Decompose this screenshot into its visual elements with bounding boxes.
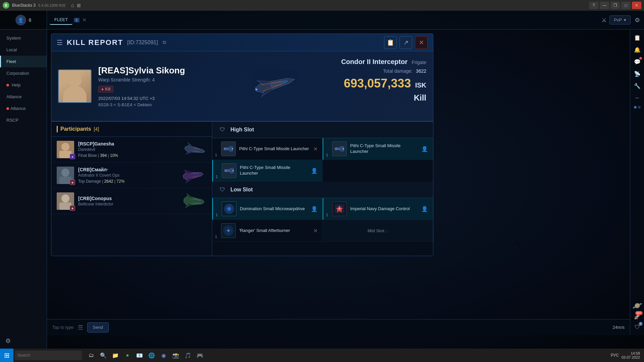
share-btn[interactable]: ↗ [399, 36, 412, 49]
taskbar-icon-6[interactable]: 🌐 [146, 350, 157, 361]
notification-icon[interactable]: 💬 [632, 56, 643, 67]
low-slot-action-1[interactable]: 👤 [311, 206, 318, 212]
titlebar-title: BlueStacks 3 [12, 3, 36, 8]
low-slot-close-3[interactable]: ✕ [313, 228, 318, 234]
smail-ship: Arbitrator II Covert Ops [78, 173, 176, 178]
high-slot-action-3[interactable]: 👤 [311, 168, 318, 174]
fleet-tab-label: FLEET [54, 17, 68, 22]
right-icon-4[interactable]: 📡 [632, 68, 643, 79]
participant-item-conopus[interactable]: ◆ [CRB]Conopus Bellicose Interdictor [51, 188, 212, 214]
modal-header: ☰ KILL REPORT [ID:7325091] ⧉ 📋 ↗ ✕ [51, 34, 433, 51]
home-icon[interactable]: ⌂ [71, 2, 74, 8]
taskbar-icon-3[interactable]: 📁 [110, 350, 121, 361]
date-display: 03.07.2022 [622, 355, 640, 359]
low-slot-item-2[interactable]: 1 Imperial Navy Damage Control � [323, 198, 433, 220]
modal-close-btn[interactable]: ✕ [415, 36, 428, 49]
high-slot-action-2[interactable]: 👤 [421, 146, 428, 152]
high-slot-name-1: Pithi C-Type Small Missile Launcher [239, 146, 310, 152]
svg-point-57 [228, 230, 229, 232]
hamburger-icon[interactable]: ☰ [57, 39, 63, 47]
high-slot-title: High Slot [230, 127, 254, 133]
ganesha-stats: Final Blow | 394 | 10% [78, 153, 176, 158]
low-slot-item-3[interactable]: 1 'Ranger' Small Afterburne [212, 220, 323, 242]
right-bottom-icon[interactable]: 🛡 2 [632, 322, 643, 333]
ganesha-ship: Daredevil [78, 147, 176, 152]
svg-point-26 [61, 194, 69, 202]
modal-id: [ID:7325091] [127, 40, 158, 46]
modal-title: KILL REPORT [67, 38, 123, 47]
isk-value: 693,057,333 [344, 76, 411, 90]
high-slot-item-2[interactable]: 1 Pithi C-Type Small Missile Launcher [323, 138, 433, 160]
restore-btn[interactable]: ❐ [610, 2, 620, 9]
filter-icon[interactable]: ⚙ [633, 15, 641, 25]
start-button[interactable]: ⊞ [0, 349, 13, 362]
taskbar-app-icons: 🗂 🔍 📁 ● 📧 🌐 ◉ 📸 🎵 🎮 [86, 350, 205, 361]
taskbar-time: 14:58 03.07.2022 [622, 351, 640, 359]
top-navigation: FLEET 5 ✕ ⚔ PvP ▾ ⚙ [47, 11, 644, 29]
sidebar-item-alliance2[interactable]: Alliance [0, 103, 47, 114]
layout-icon[interactable]: ⊞ [77, 3, 81, 8]
clipboard-btn[interactable]: 📋 [384, 36, 397, 49]
taskbar-icon-5[interactable]: 📧 [134, 350, 145, 361]
badge-2: 2 [639, 322, 642, 326]
sidebar-item-local[interactable]: Local [0, 44, 47, 56]
badge-99-wrapper: 🚀 99+ [632, 311, 643, 322]
pagination-dots [634, 106, 641, 109]
planet-icon[interactable]: 🪐 [632, 300, 643, 311]
low-slot-item-1[interactable]: 1 Domina [212, 198, 323, 220]
kill-hero: [REAS]Sylvia Sikong Warp Scramble Streng… [51, 51, 433, 122]
settings-icon[interactable]: ⚙ [0, 333, 47, 349]
right-icon-2[interactable]: 🔔 [632, 44, 643, 55]
right-icon-1[interactable]: 📋 [632, 32, 643, 43]
copy-icon[interactable]: ⧉ [163, 40, 166, 45]
victim-avatar[interactable] [58, 69, 92, 103]
titlebar-version: 5.4.50.1009 N32 [38, 3, 65, 7]
help-btn[interactable]: ? [589, 2, 598, 9]
high-slot-close-1[interactable]: ✕ [313, 146, 318, 152]
taskbar-icon-8[interactable]: 📸 [170, 350, 181, 361]
close-btn[interactable]: ✕ [632, 2, 641, 9]
sidebar-item-help[interactable]: Help [0, 79, 47, 91]
right-icon-6[interactable]: ↔ [632, 93, 643, 103]
high-slot-item-1[interactable]: 1 Pithi C-Type Small Missile Launcher [212, 138, 323, 160]
svg-point-18 [61, 169, 69, 177]
participants-section-header: Participants [4] [51, 122, 212, 137]
svg-point-10 [61, 143, 69, 151]
modal-header-actions: 📋 ↗ ✕ [384, 36, 428, 49]
page-dot-2[interactable] [638, 106, 641, 109]
total-damage-value: 3622 [416, 68, 426, 74]
fleet-tab[interactable]: FLEET [50, 15, 72, 25]
low-slot-action-2[interactable]: 👤 [421, 206, 428, 212]
pvp-button[interactable]: PvP ▾ [609, 15, 631, 24]
damage-control-svg [333, 203, 345, 215]
taskbar-icon-10[interactable]: 🎮 [195, 350, 205, 361]
maximize-btn[interactable]: □ [621, 2, 631, 9]
left-sidebar: 👤 8 System Local Fleet Corporation Help … [0, 11, 47, 349]
sidebar-item-fleet[interactable]: Fleet [0, 56, 47, 67]
sidebar-item-system[interactable]: System [0, 32, 47, 44]
user-avatar[interactable]: 👤 [15, 15, 26, 25]
svg-point-35 [224, 147, 226, 150]
missile-launcher-icon-3 [222, 163, 236, 178]
taskbar-search[interactable] [15, 351, 82, 360]
sidebar-item-rscp[interactable]: RSCP [0, 114, 47, 126]
minimize-btn[interactable]: — [600, 2, 609, 9]
right-icon-5[interactable]: 🔧 [632, 80, 643, 91]
sidebar-item-corporation[interactable]: Corporation [0, 67, 47, 79]
high-slot-item-3[interactable]: 1 Pithi C-Type Small Missile Launcher [212, 160, 323, 182]
taskbar-icon-2[interactable]: 🔍 [98, 350, 109, 361]
low-slot-qty-1: 1 [216, 213, 218, 217]
bluestacks-logo: B [3, 2, 9, 9]
fleet-tab-badge: 5 [74, 18, 79, 22]
participant-item-smail[interactable]: ◆ [CRB]Смайл· Arbitrator II Covert Ops T… [51, 163, 212, 188]
kill-report-modal: ☰ KILL REPORT [ID:7325091] ⧉ 📋 ↗ ✕ [51, 34, 433, 256]
taskbar-icon-discord[interactable]: ◉ [158, 350, 169, 361]
ship-type: Frigate [412, 60, 426, 65]
taskbar-icon-9[interactable]: 🎵 [182, 350, 193, 361]
taskbar-icon-1[interactable]: 🗂 [86, 350, 97, 361]
page-dot-1[interactable] [634, 106, 637, 109]
participant-item-ganesha[interactable]: ◆ [RSCP]Ganesha Daredevil Final Blow | 3… [51, 137, 212, 163]
sidebar-item-alliance[interactable]: Alliance [0, 91, 47, 103]
taskbar-icon-chrome[interactable]: ● [122, 350, 133, 361]
fleet-tab-close[interactable]: ✕ [82, 17, 87, 23]
